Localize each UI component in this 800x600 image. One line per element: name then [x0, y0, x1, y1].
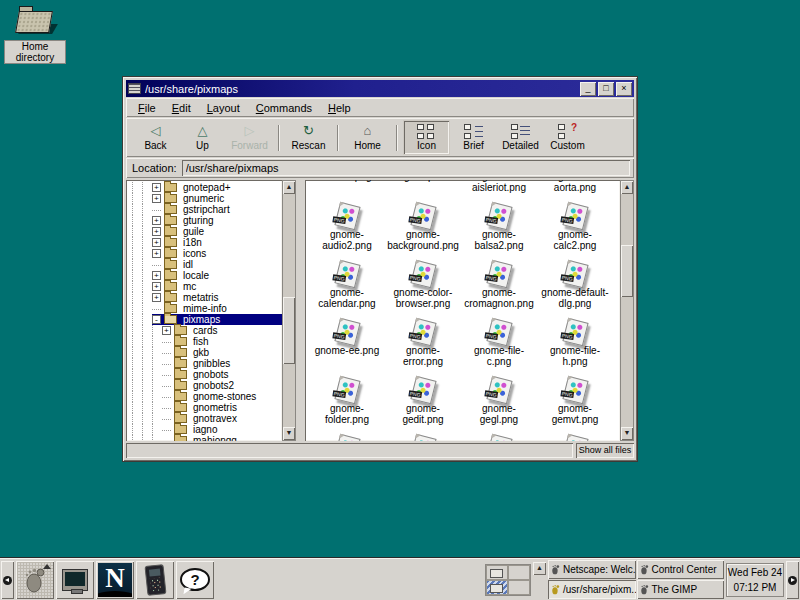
icon-view-button[interactable]: Icon: [403, 120, 450, 155]
task-button[interactable]: /usr/share/pixm...: [548, 580, 636, 599]
workspace-cell[interactable]: [486, 565, 508, 580]
file-item[interactable]: PNG gnome-audio2.png: [309, 199, 385, 257]
tree-expander[interactable]: +: [152, 216, 161, 225]
tree-item[interactable]: + gnumeric: [126, 193, 282, 204]
titlebar[interactable]: /usr/share/pixmaps _ □ ×: [126, 80, 634, 97]
scroll-up-button[interactable]: ▲: [283, 181, 295, 194]
tree-expander[interactable]: [162, 342, 171, 343]
tree-expander[interactable]: [152, 210, 161, 211]
rescan-button[interactable]: ↻ Rescan: [285, 120, 332, 155]
tree-item[interactable]: gnometris: [126, 402, 282, 413]
file-icon-view[interactable]: PNG emacs.png PNG gkb.xpm: [305, 180, 620, 441]
file-item[interactable]: PNG gnome-color-browser.png: [385, 257, 461, 315]
directory-tree[interactable]: + gnotepad+ + gnumeric: [126, 180, 282, 441]
file-item[interactable]: PNG gnome-file-h.png: [537, 315, 613, 373]
file-item[interactable]: PNG gnome-folder.png: [309, 373, 385, 431]
file-item[interactable]: PNG gnome-aisleriot.png: [461, 180, 537, 199]
task-button[interactable]: The GIMP: [637, 580, 725, 599]
tree-expander[interactable]: +: [152, 282, 161, 291]
tree-expander[interactable]: [162, 397, 171, 398]
workspace-cell[interactable]: [508, 565, 530, 580]
tree-item[interactable]: - pixmaps: [126, 314, 282, 325]
tree-item[interactable]: + gturing: [126, 215, 282, 226]
file-item[interactable]: PNG: [309, 431, 385, 441]
tree-expander[interactable]: +: [152, 238, 161, 247]
file-item[interactable]: PNG gnome-gegl.png: [461, 373, 537, 431]
file-item[interactable]: PNG: [385, 431, 461, 441]
panel-hide-left-button[interactable]: [1, 561, 14, 599]
workspace-cell[interactable]: [486, 580, 508, 595]
tree-item[interactable]: gnobots2: [126, 380, 282, 391]
menu-item[interactable]: File: [130, 101, 164, 115]
organizer-launcher[interactable]: [136, 561, 174, 599]
tree-expander[interactable]: [162, 419, 171, 420]
menu-item[interactable]: Edit: [164, 101, 199, 115]
maximize-button[interactable]: □: [598, 82, 614, 96]
window-menu-icon[interactable]: [128, 83, 141, 94]
brief-view-button[interactable]: Brief: [450, 120, 497, 155]
tree-expander[interactable]: +: [152, 271, 161, 280]
file-item[interactable]: PNG: [537, 431, 613, 441]
back-button[interactable]: ◁ Back: [132, 120, 179, 155]
tree-item[interactable]: mahjongg: [126, 435, 282, 441]
tree-expander[interactable]: [162, 353, 171, 354]
tree-item[interactable]: + icons: [126, 248, 282, 259]
tree-item[interactable]: + gnotepad+: [126, 182, 282, 193]
tree-expander[interactable]: +: [152, 227, 161, 236]
workspace-cell[interactable]: [508, 580, 530, 595]
tree-item[interactable]: gnome-stones: [126, 391, 282, 402]
tree-expander[interactable]: [152, 309, 161, 310]
up-button[interactable]: △ Up: [179, 120, 226, 155]
scroll-down-button[interactable]: ▼: [621, 427, 633, 440]
tree-item[interactable]: gkb: [126, 347, 282, 358]
file-item[interactable]: PNG gnome-gemvt.png: [537, 373, 613, 431]
tree-expander[interactable]: -: [152, 315, 161, 324]
tree-item[interactable]: + guile: [126, 226, 282, 237]
tree-expander[interactable]: +: [152, 249, 161, 258]
terminal-launcher[interactable]: [56, 561, 94, 599]
scroll-track[interactable]: [621, 194, 633, 427]
tree-expander[interactable]: [152, 265, 161, 266]
panel-divider[interactable]: [296, 180, 305, 441]
forward-button[interactable]: ▷ Forward: [226, 120, 273, 155]
panel-hide-right-button[interactable]: [786, 561, 799, 599]
tree-item[interactable]: + locale: [126, 270, 282, 281]
scroll-thumb[interactable]: [283, 297, 295, 365]
file-item[interactable]: PNG gnome-background.png: [385, 199, 461, 257]
custom-view-button[interactable]: ? Custom: [544, 120, 591, 155]
icon-view-scrollbar[interactable]: ▲ ▼: [620, 180, 634, 441]
scroll-thumb[interactable]: [621, 245, 633, 296]
file-item[interactable]: PNG gnome-error.png: [385, 315, 461, 373]
tree-item[interactable]: idl: [126, 259, 282, 270]
tree-item[interactable]: iagno: [126, 424, 282, 435]
tree-expander[interactable]: [162, 386, 171, 387]
tree-expander[interactable]: +: [152, 293, 161, 302]
file-item[interactable]: PNG gnome-aorta.png: [537, 180, 613, 199]
tree-item[interactable]: mime-info: [126, 303, 282, 314]
tree-expander[interactable]: [162, 375, 171, 376]
tree-item[interactable]: gnotravex: [126, 413, 282, 424]
tree-item[interactable]: gnobots: [126, 369, 282, 380]
tree-scrollbar[interactable]: ▲ ▼: [282, 180, 296, 441]
file-item[interactable]: PNG gnome-calc2.png: [537, 199, 613, 257]
tree-expander[interactable]: [162, 408, 171, 409]
tree-item[interactable]: + i18n: [126, 237, 282, 248]
task-button[interactable]: Netscape: Welc...: [548, 560, 636, 579]
netscape-launcher[interactable]: N: [96, 561, 134, 599]
task-button[interactable]: Control Center: [637, 560, 725, 579]
tree-item[interactable]: + mc: [126, 281, 282, 292]
minimize-button[interactable]: _: [580, 82, 596, 96]
menu-item[interactable]: Help: [320, 101, 359, 115]
show-all-files-button[interactable]: Show all files: [576, 443, 634, 458]
scroll-down-button[interactable]: ▼: [283, 427, 295, 440]
file-item[interactable]: PNG gnome-calendar.png: [309, 257, 385, 315]
file-item[interactable]: PNG gnome-gedit.png: [385, 373, 461, 431]
menu-item[interactable]: Layout: [199, 101, 248, 115]
desktop-pager[interactable]: [485, 564, 531, 596]
tree-expander[interactable]: [162, 364, 171, 365]
tree-expander[interactable]: +: [162, 326, 171, 335]
tree-expander[interactable]: +: [152, 183, 161, 192]
tree-expander[interactable]: [162, 441, 171, 442]
home-directory-desktop-icon[interactable]: Home directory: [4, 4, 66, 64]
tree-item[interactable]: fish: [126, 336, 282, 347]
